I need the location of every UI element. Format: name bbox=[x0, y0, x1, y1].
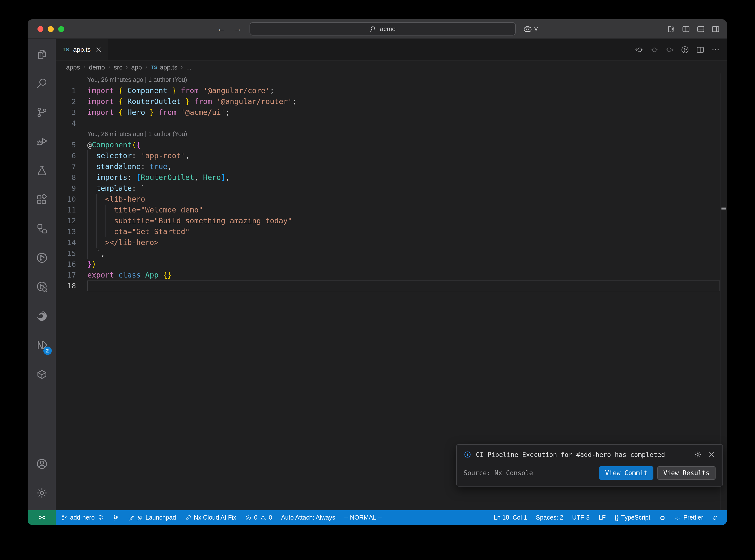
notification-close-icon[interactable] bbox=[708, 451, 716, 458]
line-number: 12 bbox=[56, 215, 87, 226]
status-indentation-status[interactable]: Spaces: 2 bbox=[531, 510, 568, 525]
code-line-14[interactable]: 14></lib-hero> bbox=[56, 237, 727, 248]
code-line-3[interactable]: 3import { Hero } from '@acme/ui'; bbox=[56, 107, 727, 118]
copilot-menu[interactable]: ˅ bbox=[523, 24, 538, 34]
customize-layout-icon[interactable] bbox=[667, 25, 676, 34]
code-line-8[interactable]: 8imports: [RouterOutlet, Hero], bbox=[56, 172, 727, 183]
code-line-13[interactable]: 13cta="Get Started" bbox=[56, 226, 727, 237]
status-gitlens-status[interactable] bbox=[108, 510, 123, 525]
activity-bar-item-containers[interactable] bbox=[30, 362, 54, 386]
status-prettier-status[interactable]: Prettier bbox=[670, 510, 708, 525]
breadcrumb-item-app-ts[interactable]: TSapp.ts bbox=[151, 63, 178, 71]
code-line-10[interactable]: 10<lib-hero bbox=[56, 194, 727, 205]
tab-app-ts[interactable]: TS app.ts bbox=[56, 39, 109, 60]
activity-bar-item-run-and-debug[interactable] bbox=[30, 129, 54, 153]
activity-bar-item-explorer[interactable] bbox=[30, 42, 54, 66]
code-line-11[interactable]: 11title="Welcmoe demo" bbox=[56, 205, 727, 215]
breadcrumb-item-app[interactable]: app bbox=[131, 63, 142, 71]
activity-bar-item-edge-browser[interactable] bbox=[30, 304, 54, 328]
breadcrumb-item-src[interactable]: src bbox=[114, 63, 122, 71]
remote-indicator[interactable]: >< bbox=[27, 510, 56, 525]
close-window-button[interactable] bbox=[38, 26, 43, 32]
status-language-status[interactable]: {}TypeScript bbox=[610, 510, 655, 525]
navigate-forward-button[interactable]: → bbox=[233, 24, 243, 34]
bell-dot-icon bbox=[712, 514, 718, 521]
code-line-16[interactable]: 16}) bbox=[56, 259, 727, 269]
graph-circle-icon[interactable] bbox=[680, 45, 690, 54]
circle-forward-icon[interactable] bbox=[665, 45, 674, 54]
files-icon bbox=[35, 48, 48, 61]
minimize-window-button[interactable] bbox=[48, 26, 54, 32]
status-cursor-position[interactable]: Ln 18, Col 1 bbox=[490, 510, 532, 525]
activity-bar-item-project-explorer[interactable] bbox=[30, 217, 54, 241]
status-eol-status[interactable]: LF bbox=[594, 510, 610, 525]
search-icon bbox=[35, 77, 48, 90]
activity-badge: 2 bbox=[43, 346, 52, 355]
warning-icon bbox=[260, 514, 266, 521]
line-number: 5 bbox=[56, 140, 87, 151]
status-notifications-bell[interactable] bbox=[708, 510, 723, 525]
line-number: 15 bbox=[56, 248, 87, 259]
activity-bar-item-manage[interactable] bbox=[30, 481, 54, 505]
navigate-back-button[interactable]: ← bbox=[216, 24, 226, 34]
notification-settings-gear-icon[interactable] bbox=[694, 451, 702, 458]
layout-panel-icon[interactable] bbox=[696, 25, 705, 34]
zoom-window-button[interactable] bbox=[58, 26, 64, 32]
code-line-9[interactable]: 9template: ` bbox=[56, 183, 727, 194]
close-icon[interactable] bbox=[95, 46, 103, 54]
code-line-6[interactable]: 6selector: 'app-root', bbox=[56, 151, 727, 161]
nav-back-circle-icon[interactable] bbox=[635, 45, 643, 54]
git-branch-icon bbox=[61, 514, 67, 521]
code-line-5[interactable]: 5@Component({ bbox=[56, 140, 727, 151]
gitlens-annotation[interactable]: You, 26 minutes ago | 1 author (You) bbox=[56, 129, 727, 140]
activity-bar-item-nx-console[interactable]: 2 bbox=[30, 333, 54, 357]
status-branch-status[interactable]: add-hero bbox=[57, 510, 108, 525]
search-icon bbox=[370, 25, 377, 32]
projects-icon bbox=[35, 222, 48, 235]
command-center-search[interactable]: acme bbox=[250, 22, 516, 36]
breadcrumb: apps›demo›src›app›TSapp.ts›... bbox=[56, 61, 727, 74]
layout-sidebar-right-icon[interactable] bbox=[711, 25, 720, 34]
extensions-icon bbox=[35, 193, 48, 206]
breadcrumb-item--[interactable]: ... bbox=[186, 63, 192, 71]
status-auto-attach-status[interactable]: Auto Attach: Always bbox=[277, 510, 340, 525]
split-editor-icon[interactable] bbox=[696, 45, 705, 54]
code-line-18[interactable]: 18 bbox=[56, 280, 727, 291]
run-debug-icon bbox=[35, 135, 48, 148]
settings-gear-icon bbox=[35, 486, 48, 499]
status-launchpad-status[interactable]: Launchpad bbox=[123, 510, 180, 525]
breadcrumb-item-apps[interactable]: apps bbox=[66, 63, 80, 71]
status-vim-mode-status[interactable]: -- NORMAL -- bbox=[340, 510, 386, 525]
activity-bar-item-extensions[interactable] bbox=[30, 188, 54, 212]
code-line-7[interactable]: 7standalone: true, bbox=[56, 161, 727, 172]
view-commit-button[interactable]: View Commit bbox=[599, 466, 653, 480]
status-copilot-status[interactable] bbox=[655, 510, 670, 525]
code-line-17[interactable]: 17export class App {} bbox=[56, 269, 727, 280]
typescript-file-icon: TS bbox=[151, 64, 158, 70]
copilot-icon bbox=[523, 24, 533, 34]
code-line-12[interactable]: 12subtitle="Build something amazing toda… bbox=[56, 215, 727, 226]
code-line-4[interactable]: 4 bbox=[56, 118, 727, 129]
code-line-2[interactable]: 2import { RouterOutlet } from '@angular/… bbox=[56, 96, 727, 107]
activity-bar-item-commit-search[interactable] bbox=[30, 275, 54, 299]
breadcrumb-separator: › bbox=[108, 64, 110, 71]
activity-bar-item-testing[interactable] bbox=[30, 159, 54, 182]
layout-sidebar-left-icon[interactable] bbox=[681, 25, 690, 34]
breadcrumb-item-demo[interactable]: demo bbox=[89, 63, 105, 71]
layout-controls bbox=[667, 19, 720, 39]
gitlens-annotation[interactable]: You, 26 minutes ago | 1 author (You) bbox=[56, 75, 727, 85]
window-controls bbox=[38, 26, 64, 32]
code-line-1[interactable]: 1import { Component } from '@angular/cor… bbox=[56, 85, 727, 96]
activity-bar-item-accounts[interactable] bbox=[30, 452, 54, 476]
status-encoding-status[interactable]: UTF-8 bbox=[568, 510, 594, 525]
ellipsis-icon[interactable] bbox=[711, 45, 720, 54]
view-results-button[interactable]: View Results bbox=[657, 466, 716, 480]
code-editor[interactable]: You, 26 minutes ago | 1 author (You)1imp… bbox=[56, 74, 727, 510]
activity-bar-item-commit-graph[interactable] bbox=[30, 246, 54, 269]
code-line-15[interactable]: 15`, bbox=[56, 248, 727, 259]
circle-dash-icon[interactable] bbox=[650, 45, 659, 54]
status-nx-cloud-ai-fix[interactable]: Nx Cloud AI Fix bbox=[180, 510, 241, 525]
activity-bar-item-search[interactable] bbox=[30, 72, 54, 95]
status-problems-status[interactable]: 00 bbox=[241, 510, 277, 525]
activity-bar-item-source-control[interactable] bbox=[30, 101, 54, 124]
